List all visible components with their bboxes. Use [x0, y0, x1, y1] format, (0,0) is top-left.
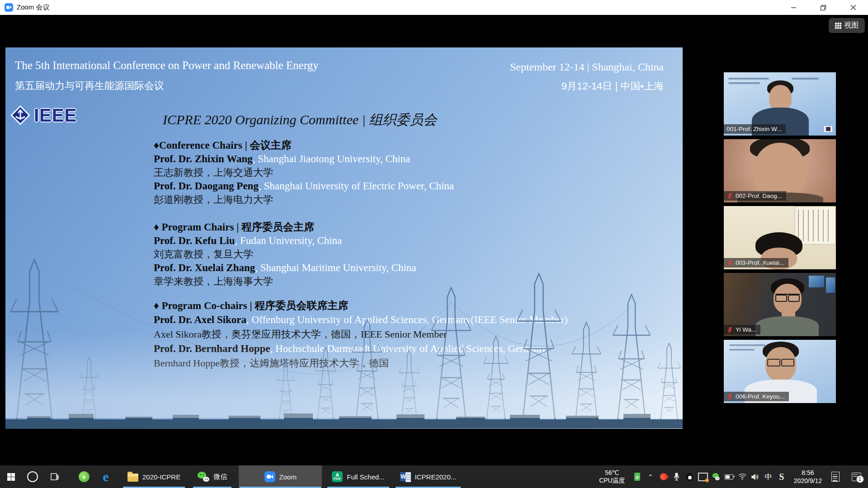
clock-time: 8:56	[802, 469, 814, 477]
member-line-zh: Bernhard Hoppe教授，达姆施塔特应用技术大学，德国	[154, 356, 568, 371]
action-center-button[interactable]: 1	[844, 465, 868, 488]
member-line-zh: 章学来教授，上海海事大学	[154, 275, 416, 288]
sogou-tray-icon[interactable]: S	[777, 471, 787, 483]
ime-indicator[interactable]: 中	[764, 471, 774, 483]
browser-360-icon: e	[79, 471, 90, 482]
browser-360-button[interactable]: e	[73, 465, 95, 488]
wechat-tray-icon[interactable]	[711, 471, 721, 483]
ieee-logo-text: IEEE	[34, 105, 77, 126]
participant-name-tag: 001-Prof. Zhixin W...	[724, 124, 786, 134]
grid-view-icon	[835, 23, 841, 29]
cast-screen-tray-icon[interactable]	[698, 471, 708, 483]
member-line-zh: 刘克富教授，复旦大学	[154, 248, 416, 261]
mic-muted-icon	[726, 326, 733, 333]
participant-name: 002-Prof. Daog...	[736, 192, 782, 199]
qq-tray-icon[interactable]	[685, 471, 695, 483]
taskbar-folder-2020-icpre[interactable]: 2020-ICPRE	[122, 465, 186, 488]
zoom-icon	[264, 471, 275, 482]
participant-video[interactable]: 001-Prof. Zhixin W...	[724, 72, 836, 136]
cpu-temp-label: CPU温度	[599, 477, 625, 484]
section-heading: ♦ Program Chairs | 程序委员会主席	[154, 221, 416, 234]
participant-name: 003-Prof. Xuelai...	[736, 259, 784, 266]
clock-date: 2020/9/12	[794, 477, 822, 485]
taskbar-wechat[interactable]: 微信	[192, 465, 232, 488]
section-heading: ♦Conference Chairs | 会议主席	[154, 139, 454, 152]
participant-video[interactable]: 003-Prof. Xuelai...	[724, 206, 836, 269]
shared-screen-slide: The 5th International Conference on Powe…	[5, 47, 683, 429]
conference-date-block: September 12-14 | Shanghai, China 9月12-1…	[510, 61, 664, 93]
view-button[interactable]: 视图	[829, 18, 865, 33]
calligraphy-art	[794, 206, 836, 245]
participant-video[interactable]: 006-Prof. Keyou...	[724, 340, 836, 403]
member-line: Prof. Dr. Axel Sikora, Offenburg Univers…	[154, 313, 568, 327]
pdf-icon: APDF	[332, 471, 343, 482]
cpu-temperature[interactable]: 56℃ CPU温度	[594, 465, 630, 488]
cortana-icon	[27, 471, 38, 482]
member-line-zh: Axel Sikora教授，奥芬堡应用技术大学，德国，IEEE Senior M…	[154, 327, 568, 342]
wall-picture	[826, 277, 835, 293]
minimize-button[interactable]	[778, 0, 808, 15]
notification-badge: 1	[856, 475, 864, 483]
taskbar-app-label: ICPRE2020...	[415, 473, 457, 481]
mic-muted-icon	[726, 393, 733, 400]
task-list-icon	[831, 472, 840, 482]
taskbar-pdf-schedule[interactable]: APDF Full Sched...	[326, 465, 390, 488]
word-icon: W	[400, 471, 411, 482]
participant-panel: 001-Prof. Zhixin W... 002-Prof. Daog...	[724, 72, 836, 403]
participant-video[interactable]: Yi Wa...	[724, 273, 836, 336]
section-program-chairs: ♦ Program Chairs | 程序委员会主席 Prof. Dr. Kef…	[154, 221, 416, 288]
conference-date-en: September 12-14 | Shanghai, China	[510, 61, 664, 73]
participant-name-tag: 003-Prof. Xuelai...	[724, 258, 788, 267]
microphone-tray-icon[interactable]	[672, 471, 682, 483]
battery-tray-icon[interactable]	[724, 471, 734, 483]
task-view-icon	[50, 473, 59, 481]
member-line-zh: 王志新教授，上海交通大学	[154, 166, 454, 179]
section-heading: ♦ Program Co-chairs | 程序委员会联席主席	[154, 299, 568, 313]
edge-button[interactable]: e	[95, 465, 117, 488]
start-button[interactable]	[0, 465, 22, 488]
close-button[interactable]	[838, 0, 868, 15]
university-logo	[824, 126, 832, 132]
member-line: Prof. Dr. Xuelai Zhang, Shanghai Maritim…	[154, 261, 416, 275]
wall-picture	[809, 276, 824, 287]
action-center-icon: 1	[852, 473, 861, 481]
ieee-diamond-icon	[9, 104, 31, 126]
window-title: Zoom 会议	[17, 3, 50, 12]
view-button-label: 视图	[844, 21, 859, 30]
system-tray: ψ ⌃ 中 S	[630, 465, 789, 488]
member-line: Prof. Dr. Bernhard Hoppe, Hochschule Dar…	[154, 342, 568, 356]
slide-title: ICPRE 2020 Organizing Committee | 组织委员会	[163, 111, 437, 129]
participant-name-tag: 006-Prof. Keyou...	[724, 392, 789, 401]
360-safe-tray-icon[interactable]	[659, 471, 669, 483]
taskbar-app-label: 微信	[213, 473, 227, 481]
member-line-zh: 彭道刚教授，上海电力大学	[154, 193, 454, 206]
taskbar-word-icpre2020[interactable]: W ICPRE2020...	[395, 465, 462, 488]
title-bar: Zoom 会议	[0, 0, 868, 15]
section-program-cochairs: ♦ Program Co-chairs | 程序委员会联席主席 Prof. Dr…	[154, 299, 568, 371]
participant-video[interactable]: 002-Prof. Daog...	[724, 139, 836, 202]
mic-muted-icon	[726, 259, 733, 266]
volume-tray-icon[interactable]	[750, 471, 760, 483]
taskbar-zoom[interactable]: Zoom	[239, 465, 322, 488]
member-line: Prof. Dr. Daogang Peng, Shanghai Univers…	[154, 179, 454, 193]
task-view-button[interactable]	[43, 465, 65, 488]
windows-logo-icon	[7, 473, 15, 481]
edge-icon: e	[103, 470, 108, 483]
cortana-button[interactable]	[22, 465, 43, 488]
conference-title-en: The 5th International Conference on Powe…	[15, 59, 319, 72]
windows-taskbar: e e 2020-ICPRE 微信 Zoom APDF Full Sched..…	[0, 465, 868, 488]
mic-muted-icon	[726, 192, 733, 199]
cpu-temp-value: 56℃	[605, 469, 619, 477]
taskbar-app-label: Zoom	[279, 473, 297, 481]
restore-button[interactable]	[808, 0, 838, 15]
meeting-stage: 视图 The 5th International Conference on P…	[0, 15, 868, 465]
wifi-tray-icon[interactable]	[737, 471, 747, 483]
member-line: Prof. Dr. Zhixin Wang, Shanghai Jiaotong…	[154, 152, 454, 166]
taskbar-clock[interactable]: 8:56 2020/9/12	[789, 465, 826, 488]
usb-tray-icon[interactable]: ψ	[632, 471, 642, 483]
participant-name: Yi Wa...	[736, 326, 756, 333]
tray-expand-icon[interactable]: ⌃	[646, 471, 656, 483]
zoom-app-icon	[5, 3, 13, 12]
task-manager-button[interactable]	[826, 465, 844, 488]
folder-icon	[127, 474, 138, 482]
